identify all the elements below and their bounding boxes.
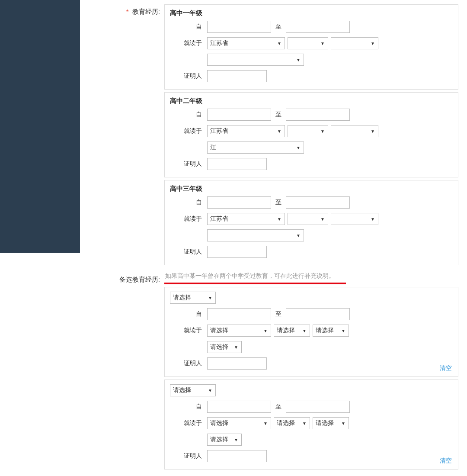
grade3-province-select[interactable] — [207, 213, 285, 225]
optional-hint: 如果高中某一年曾在两个中学受过教育，可在此进行补充说明。 — [165, 272, 458, 280]
grade2-from-input[interactable] — [207, 109, 271, 121]
grade2-city-select[interactable] — [288, 125, 328, 137]
opt1-to-input[interactable] — [286, 308, 350, 320]
opt1-school-select[interactable] — [207, 341, 242, 353]
education-label: * 教育经历: — [97, 4, 164, 268]
grade2-school-select[interactable] — [207, 142, 304, 154]
optional-entry-1: 自 至 就读于 — [164, 287, 458, 377]
grade3-title: 高中三年级 — [170, 185, 453, 193]
grade1-province-select[interactable] — [207, 37, 285, 49]
grade3-school-select[interactable] — [207, 229, 304, 241]
grade1-city-select[interactable] — [288, 37, 328, 49]
opt1-province-select[interactable] — [207, 325, 271, 337]
opt1-city-select[interactable] — [274, 325, 310, 337]
to-label: 至 — [274, 23, 283, 31]
opt2-to-input[interactable] — [286, 401, 350, 413]
grade3-city-select[interactable] — [288, 213, 328, 225]
grade1-school-select[interactable] — [207, 54, 304, 66]
red-underline-annotation — [164, 283, 346, 284]
grade3-from-input[interactable] — [207, 196, 271, 209]
opt2-from-input[interactable] — [207, 401, 271, 413]
grade2-to-input[interactable] — [286, 109, 350, 121]
grade2-province-select[interactable] — [207, 125, 285, 137]
grade2-title: 高中二年级 — [170, 97, 453, 105]
opt2-grade-select[interactable] — [170, 384, 216, 396]
grade3-panel: 高中三年级 自 至 就读于 — [164, 180, 458, 265]
grade1-from-input[interactable] — [207, 21, 271, 33]
opt2-clear-link[interactable]: 清空 — [440, 457, 452, 465]
grade1-to-input[interactable] — [286, 21, 350, 33]
grade2-district-select[interactable] — [331, 125, 378, 137]
optional-entry-2: 自 至 就读于 — [164, 380, 458, 470]
sidebar — [0, 0, 80, 253]
grade3-district-select[interactable] — [331, 213, 378, 225]
opt1-from-input[interactable] — [207, 308, 271, 320]
grade2-witness-input[interactable] — [207, 158, 267, 170]
opt1-witness-input[interactable] — [207, 357, 267, 370]
grade2-panel: 高中二年级 自 至 就读于 — [164, 92, 458, 177]
studied-at-label: 就读于 — [170, 39, 205, 47]
opt2-witness-input[interactable] — [207, 450, 267, 462]
opt2-school-select[interactable] — [207, 434, 242, 446]
grade1-title: 高中一年级 — [170, 9, 453, 17]
opt2-province-select[interactable] — [207, 417, 271, 429]
required-asterisk: * — [126, 8, 129, 15]
opt2-district-select[interactable] — [313, 417, 349, 429]
opt1-clear-link[interactable]: 清空 — [440, 364, 452, 372]
witness-label: 证明人 — [170, 72, 205, 80]
grade1-district-select[interactable] — [331, 37, 378, 49]
grade3-to-input[interactable] — [286, 196, 350, 209]
grade1-witness-input[interactable] — [207, 70, 267, 82]
grade3-witness-input[interactable] — [207, 246, 267, 258]
opt1-grade-select[interactable] — [170, 292, 216, 304]
grade1-panel: 高中一年级 自 至 就读于 — [164, 4, 458, 90]
opt2-city-select[interactable] — [274, 417, 310, 429]
optional-education-label: 备选教育经历: — [97, 272, 164, 476]
from-label: 自 — [170, 23, 205, 31]
opt1-district-select[interactable] — [313, 325, 349, 337]
